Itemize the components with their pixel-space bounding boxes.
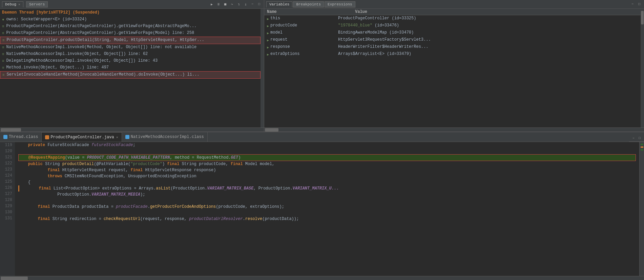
line-num-123: 123 — [3, 166, 12, 173]
stack-item-3[interactable]: ≡ ProductPageController.productDetail(St… — [0, 37, 261, 44]
debug-tab[interactable]: Debug ✕ — [2, 1, 23, 7]
maximize-btn[interactable]: □ — [256, 2, 262, 7]
thread-header[interactable]: Daemon Thread [hybrisHTTP12] (Suspended) — [0, 9, 261, 16]
col-value-header: Value — [355, 9, 638, 14]
var-row-productCode[interactable]: ▶ productCode "1978440_blue" (id=33476) — [264, 22, 641, 29]
var-name-this: this — [270, 16, 338, 21]
vars-content-row: Name Value ▶ this ProductPageController … — [264, 9, 644, 127]
var-value-extraOptions: Arrays$ArrayList<E> (id=33479) — [338, 51, 638, 57]
annotation-marker-1 — [641, 144, 643, 145]
var-row-request[interactable]: ▶ request HttpServlet3RequestFactory$Ser… — [264, 37, 641, 44]
stack-icon-4: ≡ — [2, 45, 4, 51]
line-num-125: 125 — [3, 179, 12, 185]
var-row-extraOptions[interactable]: ▶ extraOptions Arrays$ArrayList<E> (id=3… — [264, 51, 641, 58]
editor-maximize-btn[interactable]: □ — [637, 136, 642, 141]
debug-content[interactable]: Daemon Thread [hybrisHTTP12] (Suspended)… — [0, 9, 261, 127]
editor-section: Thread.class ProductPageController.java … — [0, 132, 644, 280]
top-section: Debug ✕ Servers ▶ ⏸ ⏹ ↷ ↴ ↥ − □ Daemon T — [0, 0, 644, 132]
vars-scrollbar[interactable] — [641, 9, 644, 127]
tab-nativemethodaccessor[interactable]: NativeMethodAccessorImpl.class — [122, 132, 208, 142]
editor-minimize-btn[interactable]: − — [631, 136, 636, 141]
stack-item-7[interactable]: ≡ Method.invoke(Object, Object...) line:… — [0, 64, 261, 71]
debug-hscroll[interactable] — [0, 127, 264, 132]
stack-item-2[interactable]: ≡ ProductPageController(AbstractPageCont… — [0, 30, 261, 37]
var-row-model[interactable]: ▶ model BindingAwareModelMap (id=33470) — [264, 29, 641, 37]
debug-tab-close[interactable]: ✕ — [18, 2, 20, 6]
var-arrow-extraOptions: ▶ — [267, 52, 269, 58]
editor-top-toolbar: − □ — [629, 135, 644, 142]
minimize-btn[interactable]: − — [250, 2, 255, 7]
step-out-btn[interactable]: ↥ — [243, 2, 248, 7]
stop-btn[interactable]: ⏹ — [223, 2, 228, 7]
variables-tab[interactable]: Variables — [266, 1, 292, 7]
tab-close-productpage[interactable]: ✕ — [116, 135, 118, 139]
tab-icon-productpage — [45, 135, 49, 139]
expressions-tab-label: Expressions — [328, 2, 352, 6]
stack-icon-3: ≡ — [2, 38, 5, 43]
code-editor[interactable]: private FutureStockFacade futureStockFac… — [15, 142, 639, 276]
servers-tab-label: Servers — [29, 2, 45, 6]
line-num-129: 129 — [3, 203, 12, 209]
expressions-tab[interactable]: Expressions — [325, 1, 355, 7]
editor-right-bar[interactable] — [639, 142, 644, 276]
line-num-124: 124 — [3, 173, 12, 179]
editor-tabs: Thread.class ProductPageController.java … — [0, 132, 644, 142]
stack-text-7: Method.invoke(Object, Object...) line: 4… — [6, 65, 109, 71]
var-value-response: HeaderWriterFilter$HeaderWriterRes... — [338, 44, 638, 50]
vars-scrollbar-thumb[interactable] — [641, 11, 644, 24]
vars-content[interactable]: Name Value ▶ this ProductPageController … — [264, 9, 641, 127]
stack-item-8[interactable]: ≡ ServletInvocableHandlerMethod(Invocabl… — [0, 71, 261, 79]
line-num-131: 131 — [3, 215, 12, 221]
code-line-120 — [18, 148, 636, 154]
tab-thread-class[interactable]: Thread.class — [0, 132, 42, 142]
vars-minimize-btn[interactable]: − — [630, 2, 635, 7]
editor-hscroll[interactable] — [0, 276, 644, 280]
line-numbers: 119 120 121 122 123 124 125 126 127 128 … — [0, 142, 15, 276]
vars-maximize-btn[interactable]: □ — [637, 2, 642, 7]
code-line-131: final String redirection = checkRequestU… — [18, 216, 636, 222]
tab-productpagecontroller[interactable]: ProductPageController.java ✕ — [42, 132, 122, 142]
vars-hscroll[interactable] — [264, 127, 644, 132]
debug-scrollbar[interactable] — [261, 9, 264, 127]
vars-header: Variables Breakpoints Expressions − □ — [264, 0, 644, 9]
stack-item-1[interactable]: ≡ ProductPageController(AbstractPageCont… — [0, 23, 261, 30]
var-arrow-request: ▶ — [267, 38, 269, 43]
tab-label-thread: Thread.class — [9, 135, 38, 139]
code-line-128 — [18, 198, 636, 204]
var-row-this[interactable]: ▶ this ProductPageController (id=33325) — [264, 15, 641, 22]
line-num-120: 120 — [3, 148, 12, 154]
var-value-request: HttpServlet3RequestFactory$Servlet3... — [338, 37, 638, 43]
debug-tab-label: Debug — [5, 2, 16, 6]
debug-panel-header: Debug ✕ Servers ▶ ⏸ ⏹ ↷ ↴ ↥ − □ — [0, 0, 264, 9]
var-name-model: model — [270, 30, 338, 36]
stack-item-4[interactable]: ≡ NativeMethodAccessorImpl.invoke0(Metho… — [0, 44, 261, 51]
stack-text-5: NativeMethodAccessorImpl.invoke(Object, … — [6, 51, 148, 57]
stack-item-0[interactable]: ♦ owns: SocketWrapper<E> (id=33324) — [0, 16, 261, 23]
stack-item-6[interactable]: ≡ DelegatingMethodAccessorImpl.invoke(Ob… — [0, 58, 261, 64]
breakpoints-tab-label: Breakpoints — [296, 2, 321, 6]
variables-panel: Variables Breakpoints Expressions − □ Na… — [264, 0, 644, 132]
step-into-btn[interactable]: ↴ — [236, 2, 242, 7]
code-line-119: private FutureStockFacade futureStockFac… — [18, 142, 636, 148]
var-value-this: ProductPageController (id=33325) — [338, 16, 638, 21]
code-line-129: final ProductData productData = productF… — [18, 204, 636, 210]
editor-main-area: 119 120 121 122 123 124 125 126 127 128 … — [0, 142, 644, 276]
breakpoints-tab[interactable]: Breakpoints — [293, 1, 324, 7]
annotation-marker-2 — [641, 146, 643, 148]
stack-item-5[interactable]: ≡ NativeMethodAccessorImpl.invoke(Object… — [0, 51, 261, 58]
var-row-response[interactable]: ▶ response HeaderWriterFilter$HeaderWrit… — [264, 44, 641, 51]
code-line-125: { — [18, 179, 636, 185]
line-num-127: 127 — [3, 191, 12, 197]
resume-btn[interactable]: ▶ — [209, 2, 214, 7]
stack-text-1: ProductPageController(AbstractPageContro… — [6, 23, 197, 29]
stack-icon-2: ≡ — [2, 31, 4, 36]
stack-text-6: DelegatingMethodAccessorImpl.invoke(Obje… — [6, 58, 158, 64]
step-over-btn[interactable]: ↷ — [229, 2, 235, 7]
suspend-btn[interactable]: ⏸ — [216, 2, 221, 7]
servers-tab[interactable]: Servers — [26, 1, 48, 7]
tab-label-native: NativeMethodAccessorImpl.class — [131, 135, 204, 139]
var-name-extraOptions: extraOptions — [270, 51, 338, 57]
var-name-response: response — [270, 44, 338, 50]
variables-tab-label: Variables — [269, 2, 289, 6]
line-num-130: 130 — [3, 209, 12, 215]
